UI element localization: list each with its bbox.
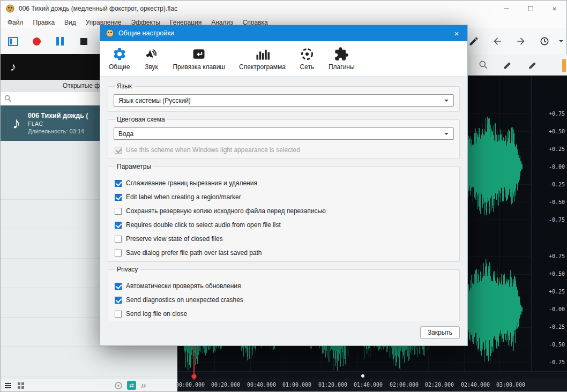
checkbox[interactable] [115,250,122,257]
language-select-value: Язык системы (Русский) [118,97,191,104]
checkbox[interactable] [115,208,122,215]
parameters-group-label: Параметры [115,163,153,170]
grid-view-icon[interactable] [17,381,25,390]
checkbox-label: Requires double click to select audio fr… [126,221,281,229]
checkbox[interactable] [115,297,122,304]
network-globe-icon [300,47,315,62]
timeline-ruler[interactable]: 00:00.000 00:20.000 00:40.000 01:00.000 … [177,379,567,391]
time-label: 03:00.000 [496,382,525,388]
menu-file[interactable]: Файл [3,17,28,28]
checkbox-label: Save dialog prefer file path over last s… [126,249,262,257]
checkbox-save-dialog-path[interactable]: Save dialog prefer file path over last s… [115,249,453,257]
parameters-group: Параметры Сглаживание границ вырезания и… [108,163,460,262]
amp-label: +0.75 [549,111,565,117]
app-icon [6,4,14,13]
checkbox[interactable] [115,180,122,187]
amplitude-axis: +0.75 +0.50 +0.25 -0.00 -0.25 -0.50 -0.7… [531,76,567,380]
record-icon [33,37,41,46]
window-title: 006 Тихий дождь (медленный фокстрот, орк… [19,5,177,12]
minimize-button[interactable] [494,1,518,17]
amp-label: -0.50 [549,342,565,348]
speaker-icon [144,47,159,62]
tab-general[interactable]: Общие [109,47,130,71]
checkbox-preserve-view-state[interactable]: Preserve view state of closed files [115,235,453,243]
draw-pen-button[interactable] [524,56,542,74]
record-button[interactable] [27,32,46,50]
pause-button[interactable] [51,32,69,50]
history-dropdown-caret[interactable] [559,40,563,44]
checkbox-send-diagnostics[interactable]: Send diagnostics on unexpected crashes [115,296,453,304]
time-label: 01:20.000 [318,382,347,388]
playhead-knob[interactable] [191,374,197,379]
time-label: 00:20.000 [211,382,240,388]
loop-playback-icon[interactable] [114,381,123,390]
file-duration: Длительность: 03:14 [28,128,88,134]
window-titlebar: 006 Тихий дождь (медленный фокстрот, орк… [1,1,566,17]
stop-icon [80,38,87,45]
file-format: FLAC [28,120,88,127]
notes-status-icon[interactable]: ♪♪ [140,381,145,389]
checkbox-smooth-edges[interactable]: Сглаживание границ вырезания и удаления [115,179,453,187]
edit-pen-button[interactable] [499,56,517,74]
zoom-fit-button[interactable] [474,56,493,74]
tab-spectrogram[interactable]: Спектрограмма [239,47,286,71]
amp-label: -0.75 [549,217,565,223]
checkbox-backup-copy[interactable]: Сохранять резервную копию исходного файл… [115,207,453,215]
checkbox-send-log[interactable]: Send log file on close [115,310,453,318]
stop-button[interactable] [74,32,93,50]
close-button[interactable]: × [542,1,566,17]
list-view-icon[interactable] [4,381,12,390]
close-settings-button[interactable]: Закрыть [420,326,460,339]
file-title: 006 Тихий дождь ( [28,112,88,119]
marker-dot[interactable] [361,374,364,378]
checkbox-double-click-select[interactable]: Requires double click to select audio fr… [115,221,453,229]
checkbox-auto-update[interactable]: Автоматически проверять обновления [115,282,453,290]
sidebar-toggle-button[interactable] [4,32,22,50]
time-label: 02:00.000 [390,382,419,388]
amp-label: -0.25 [549,182,565,187]
maximize-button[interactable] [518,1,542,17]
pen2-icon [527,59,538,70]
tab-key-bindings[interactable]: Привязка клавиш [173,47,225,71]
tab-label: Сеть [300,63,315,71]
history-button[interactable] [535,32,554,50]
snap-tool-icon[interactable]: ⇄ [127,381,136,390]
return-key-icon [191,47,206,62]
language-select[interactable]: Язык системы (Русский) [114,94,454,107]
amp-label: +0.25 [549,146,565,152]
sidebar-toggle-icon [8,37,18,46]
checkbox-edit-label-on-region[interactable]: Edit label when creating a region/marker [115,193,453,201]
back-arrow-icon [492,36,503,47]
checkbox[interactable] [115,236,122,243]
app-window: 006 Тихий дождь (медленный фокстрот, орк… [0,0,567,392]
amp-label: -0.00 [549,306,565,312]
privacy-group-label: Privacy [115,266,140,273]
menu-edit[interactable]: Правка [28,17,60,28]
amp-label: -0.00 [549,164,565,170]
marker-flag [562,59,566,72]
undo-button[interactable] [488,32,506,50]
dialog-titlebar: Общие настройки × [100,25,467,41]
tab-sound[interactable]: Звук [144,47,159,71]
checkbox[interactable] [115,194,122,201]
redo-button[interactable] [512,32,530,50]
amp-label: -0.75 [549,359,565,365]
checkbox[interactable] [115,222,122,229]
checkbox[interactable] [115,283,122,290]
amp-label: +0.25 [549,289,565,295]
checkbox-label: Автоматически проверять обновления [126,282,241,290]
menu-view[interactable]: Вид [59,17,81,28]
amp-label: +0.75 [549,253,565,259]
checkbox[interactable] [115,311,122,318]
tab-plugins[interactable]: Плагины [329,47,355,71]
time-label: 01:40.000 [354,382,383,388]
language-group: Язык Язык системы (Русский) [108,82,460,112]
checkbox-label: Сохранять резервную копию исходного файл… [126,207,326,215]
amp-label: -0.50 [549,199,565,205]
color-scheme-select[interactable]: Вода [114,127,454,140]
dialog-close-button[interactable]: × [446,25,467,41]
app-icon [106,29,114,37]
dialog-title: Общие настройки [118,29,174,37]
tab-network[interactable]: Сеть [300,47,315,71]
dialog-footer: Закрыть [100,321,467,345]
